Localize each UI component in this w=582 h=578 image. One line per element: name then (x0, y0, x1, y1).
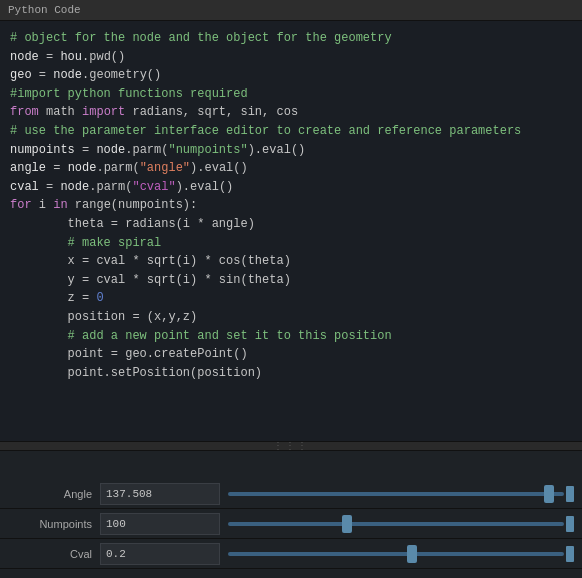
code-line: geo = node.geometry() (10, 66, 572, 85)
code-line: z = 0 (10, 289, 572, 308)
numpoints-slider[interactable] (228, 522, 564, 526)
cval-slider-end (566, 546, 574, 562)
title-bar: Python Code (0, 0, 582, 21)
code-line: #import python functions required (10, 85, 572, 104)
code-line: # make spiral (10, 234, 572, 253)
numpoints-row: Numpoints (0, 509, 582, 539)
code-line: theta = radians(i * angle) (10, 215, 572, 234)
code-line: position = (x,y,z) (10, 308, 572, 327)
title-label: Python Code (8, 4, 81, 16)
code-line: node = hou.pwd() (10, 48, 572, 67)
angle-slider[interactable] (228, 492, 564, 496)
code-line: # add a new point and set it to this pos… (10, 327, 572, 346)
divider-bar[interactable]: ⋮⋮⋮ (0, 441, 582, 451)
numpoints-input[interactable] (100, 513, 220, 535)
cval-input[interactable] (100, 543, 220, 565)
numpoints-slider-end (566, 516, 574, 532)
angle-row: Angle (0, 479, 582, 509)
code-line: point = geo.createPoint() (10, 345, 572, 364)
cval-slider[interactable] (228, 552, 564, 556)
code-area: # object for the node and the object for… (0, 21, 582, 441)
cval-row: Cval (0, 539, 582, 569)
numpoints-label: Numpoints (0, 518, 100, 530)
code-line: numpoints = node.parm("numpoints").eval(… (10, 141, 572, 160)
cval-label: Cval (0, 548, 100, 560)
code-line: y = cval * sqrt(i) * sin(theta) (10, 271, 572, 290)
angle-slider-end (566, 486, 574, 502)
code-line: cval = node.parm("cval").eval() (10, 178, 572, 197)
code-line: from math import radians, sqrt, sin, cos (10, 103, 572, 122)
params-area: Angle Numpoints Cval (0, 451, 582, 578)
code-line: # object for the node and the object for… (10, 29, 572, 48)
code-line: angle = node.parm("angle").eval() (10, 159, 572, 178)
code-line: # use the parameter interface editor to … (10, 122, 572, 141)
divider-dots: ⋮⋮⋮ (273, 440, 309, 452)
code-line: x = cval * sqrt(i) * cos(theta) (10, 252, 572, 271)
code-line: for i in range(numpoints): (10, 196, 572, 215)
angle-label: Angle (0, 488, 100, 500)
code-line: point.setPosition(position) (10, 364, 572, 383)
angle-input[interactable] (100, 483, 220, 505)
